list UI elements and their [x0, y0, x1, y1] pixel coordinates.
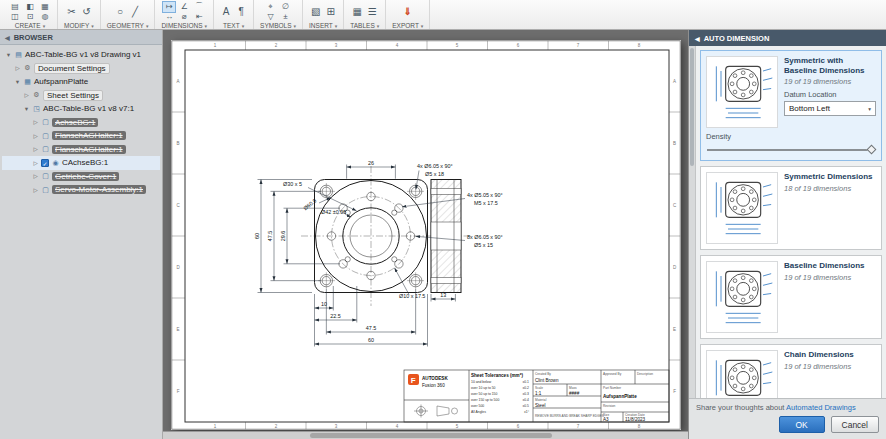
create-menu[interactable]: CREATE▾ [15, 22, 45, 29]
visibility-checkbox[interactable]: ✓ [41, 159, 49, 167]
option-baseline[interactable]: Baseline Dimensions 19 of 19 dimensions [700, 255, 882, 339]
circle-icon[interactable]: ○ [114, 4, 126, 20]
slider-track[interactable] [707, 149, 868, 151]
symbols-menu[interactable]: SYMBOLS▾ [260, 22, 296, 29]
twisty-collapsed-icon[interactable]: ▷ [14, 65, 21, 71]
datum-symbol-icon[interactable]: ⌖ [265, 2, 277, 12]
browser-row-achsebg[interactable]: ▷ ▢ AchseBG:1 [2, 116, 160, 130]
section-view-icon[interactable]: ◧ [24, 2, 36, 12]
move-icon[interactable]: ✂ [65, 4, 77, 20]
exploded-view-icon[interactable]: ◍ [39, 12, 51, 22]
parts-list-icon[interactable]: ☰ [366, 4, 378, 20]
text-menu[interactable]: TEXT▾ [223, 22, 244, 29]
twisty-collapsed-icon[interactable]: ▷ [32, 187, 39, 193]
rotate-icon[interactable]: ↺ [80, 4, 92, 20]
twisty-collapsed-icon[interactable]: ▷ [32, 119, 39, 125]
insert-menu[interactable]: INSERT▾ [309, 22, 337, 29]
collapse-panel-icon[interactable]: ◀ [5, 34, 10, 41]
option-symmetric-with-baseline[interactable]: Symmetric with Baseline Dimensions 19 of… [700, 50, 882, 161]
table-icon[interactable]: ▦ [351, 4, 363, 20]
browser-row-flanschaghalter-2[interactable]: ▷ ▢ FlanschAGHalter:1 [2, 143, 160, 157]
option-symmetric[interactable]: Symmetric Dimensions 18 of 19 dimensions [700, 166, 882, 250]
browser-row-aufspannplatte[interactable]: ▼ ▦ AufspannPlatte [2, 75, 160, 89]
diameter-dimension-icon[interactable]: ⌀ [178, 12, 190, 22]
svg-text:±0.3: ±0.3 [522, 392, 529, 396]
browser-row-getriebe-cover[interactable]: ▷ ▢ Getriebe-Cover:1 [2, 170, 160, 184]
text-icon[interactable]: A [220, 4, 232, 20]
component-icon: ▢ [41, 118, 50, 126]
tables-menu[interactable]: TABLES▾ [350, 22, 379, 29]
detail-view-icon[interactable]: ⊡ [24, 12, 36, 22]
panel-scrollbar[interactable] [689, 46, 696, 398]
svg-text:A: A [673, 79, 676, 84]
insert-image-icon[interactable]: ▧ [310, 4, 322, 20]
chevron-down-icon: ▾ [868, 106, 871, 112]
angular-dimension-icon[interactable]: ∠ [178, 2, 190, 12]
datum-location-select[interactable]: Bottom Left ▾ [784, 101, 876, 116]
twisty-collapsed-icon[interactable]: ▷ [32, 133, 39, 139]
export-pdf-icon[interactable]: ⇓ [402, 4, 414, 20]
toolbar-group-create: ▤ ◫ ◧ ⊡ ▦ ◍ CREATE▾ [3, 0, 58, 29]
browser-row-sheet-settings[interactable]: ▷ ⚙ Sheet Settings [2, 89, 160, 103]
scrollbar-thumb[interactable] [310, 433, 552, 438]
canvas-horizontal-scrollbar[interactable] [163, 431, 688, 439]
twisty-collapsed-icon[interactable]: ▷ [23, 92, 30, 98]
density-slider[interactable] [706, 144, 876, 155]
feedback-text: Share your thoughts about Automated Draw… [696, 403, 879, 412]
ok-button[interactable]: OK [779, 416, 825, 433]
drawing-document-icon: ▤ [14, 51, 23, 59]
auto-dimension-icon[interactable]: ↦ [163, 2, 175, 12]
twisty-collapsed-icon[interactable]: ▷ [32, 146, 39, 152]
browser-row-document-settings[interactable]: ▷ ⚙ Document Settings [2, 62, 160, 76]
tolerance-symbol-icon[interactable]: ± [280, 12, 292, 22]
surface-finish-icon[interactable]: ▽ [265, 12, 277, 22]
break-view-icon[interactable]: ▦ [39, 2, 51, 12]
chevron-down-icon: ▾ [205, 23, 208, 29]
insert-sketch-icon[interactable]: ⊞ [325, 4, 337, 20]
twisty-collapsed-icon[interactable]: ▷ [32, 173, 39, 179]
linear-dimension-icon[interactable]: ↔ [163, 12, 175, 22]
export-menu[interactable]: EXPORT▾ [392, 22, 423, 29]
leader-note-icon[interactable]: ¶ [235, 4, 247, 20]
geometry-menu[interactable]: GEOMETRY▾ [107, 22, 149, 29]
chevron-down-icon: ▾ [242, 23, 245, 29]
drawing-sheet[interactable]: 1 2 3 4 5 6 7 8 1 2 3 4 5 6 7 8 A B C D [171, 40, 681, 430]
dimensions-menu[interactable]: DIMENSIONS▾ [161, 22, 207, 29]
svg-text:Ø10 x 17.5: Ø10 x 17.5 [399, 293, 425, 299]
automated-drawings-link[interactable]: Automated Drawings [786, 403, 856, 412]
browser-row-flanschaghalter-1[interactable]: ▷ ▢ FlanschAGHalter:1 [2, 129, 160, 143]
line-icon[interactable]: ╱ [129, 4, 141, 20]
weld-symbol-icon[interactable]: ∅ [280, 2, 292, 12]
cancel-button[interactable]: Cancel [831, 416, 879, 433]
browser-row-cachsebg[interactable]: ▷ ✓ ◉ CAchseBG:1 [2, 156, 160, 170]
twisty-collapsed-icon[interactable]: ▷ [32, 160, 39, 166]
svg-text:10 and below: 10 and below [471, 380, 492, 384]
svg-text:All Angles: All Angles [471, 410, 486, 414]
projected-view-icon[interactable]: ◫ [9, 12, 21, 22]
collapse-panel-icon[interactable]: ◀ [695, 35, 700, 42]
svg-text:over 150 up to 500: over 150 up to 500 [471, 398, 499, 402]
drawing-canvas[interactable]: 1 2 3 4 5 6 7 8 1 2 3 4 5 6 7 8 A B C D [163, 30, 688, 439]
panel-title: AUTO DIMENSION [704, 34, 770, 43]
toolbar-group-modify: ✂ ↺ MODIFY▾ [58, 0, 101, 29]
svg-text:Material: Material [535, 398, 547, 402]
twisty-expanded-icon[interactable]: ▼ [14, 79, 21, 85]
browser-row-servo-motor[interactable]: ▷ ▢ Servo-Motor-Assembly:1 [2, 183, 160, 197]
option-count: 18 of 19 dimensions [784, 184, 876, 193]
browser-row-drawing-root[interactable]: ▼ ▤ ABC-Table-BG v1 v8 Drawing v1 [2, 48, 160, 62]
modify-menu[interactable]: MODIFY▾ [64, 22, 94, 29]
twisty-expanded-icon[interactable]: ▼ [23, 106, 30, 112]
auto-dimension-header[interactable]: ◀ AUTO DIMENSION [689, 30, 886, 46]
eye-icon[interactable]: ◉ [51, 159, 60, 167]
option-chain[interactable]: Chain Dimensions 19 of 19 dimensions [700, 344, 882, 398]
panel-scrollbar-thumb[interactable] [690, 48, 694, 166]
svg-text:F: F [411, 376, 416, 385]
twisty-expanded-icon[interactable]: ▼ [5, 52, 12, 58]
radius-dimension-icon[interactable]: ⌒ [193, 2, 205, 12]
plate-side-view[interactable] [431, 180, 461, 293]
browser-row-assembly[interactable]: ▼ ◳ ABC-Table-BG v1 v8 v7:1 [2, 102, 160, 116]
base-view-icon[interactable]: ▤ [9, 2, 21, 12]
browser-header[interactable]: ◀ BROWSER [0, 30, 162, 45]
slider-handle[interactable] [867, 145, 877, 155]
baseline-dimension-icon[interactable]: ⇤ [193, 12, 205, 22]
